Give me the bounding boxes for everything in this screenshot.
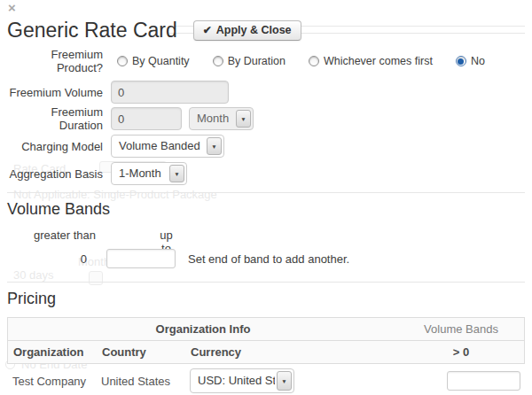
- modal-header: Generic Rate Card ✔ Apply & Close: [7, 17, 525, 43]
- freemium-duration-label: Freemium Duration: [7, 105, 103, 132]
- radio-icon: [456, 56, 466, 66]
- column-header-organization: Organization: [8, 341, 97, 363]
- freemium-product-label: Freemium Product?: [7, 48, 103, 74]
- band-start-value: 0: [7, 252, 87, 266]
- country-cell: United States: [96, 375, 184, 388]
- radio-icon: [213, 56, 223, 66]
- radio-label: By Duration: [228, 55, 286, 67]
- close-icon[interactable]: ×: [8, 2, 20, 14]
- radio-icon: [117, 56, 128, 66]
- volume-bands-column-labels: greater than up to: [7, 228, 525, 243]
- freemium-product-row: Freemium Product? By Quantity By Duratio…: [7, 52, 525, 70]
- radio-by-quantity[interactable]: By Quantity: [117, 55, 190, 67]
- radio-no[interactable]: No: [456, 55, 485, 67]
- radio-icon: [309, 56, 319, 66]
- volume-bands-heading: Volume Bands: [7, 199, 525, 219]
- freemium-volume-row: Freemium Volume: [7, 81, 525, 104]
- apply-close-label: Apply & Close: [216, 24, 292, 36]
- aggregation-basis-row: Aggregation Basis 1-Month ▼: [7, 162, 525, 185]
- section-divider: [7, 282, 525, 283]
- org-info-group-header: Organization Info: [8, 318, 398, 341]
- check-icon: ✔: [203, 24, 212, 36]
- radio-by-duration[interactable]: By Duration: [213, 55, 286, 67]
- aggregation-basis-label: Aggregation Basis: [7, 167, 103, 181]
- band-price-input[interactable]: [447, 371, 520, 391]
- band-hint-text: Set end of band to add another.: [188, 252, 349, 266]
- volume-band-row: 0 Set end of band to add another.: [7, 248, 525, 269]
- freemium-duration-input: [111, 107, 182, 130]
- caret-down-icon: ▼: [207, 137, 222, 155]
- currency-cell: USD: United States ▼: [184, 368, 397, 393]
- freemium-volume-input: [111, 81, 229, 104]
- aggregation-basis-select[interactable]: 1-Month ▼: [111, 162, 187, 185]
- select-value: USD: United States: [191, 369, 275, 392]
- charging-model-row: Charging Model Volume Banded ▼: [7, 134, 525, 159]
- select-value: 1-Month: [112, 163, 168, 184]
- page-title: Generic Rate Card: [7, 19, 177, 43]
- caret-down-icon: ▼: [236, 110, 251, 128]
- charging-model-label: Charging Model: [7, 140, 103, 153]
- select-value: Volume Banded: [112, 136, 205, 157]
- volume-bands-group-header: Volume Bands: [398, 318, 524, 341]
- freemium-volume-label: Freemium Volume: [7, 86, 103, 99]
- column-header-band: > 0: [398, 341, 524, 363]
- radio-whichever-comes-first[interactable]: Whichever comes first: [309, 55, 433, 67]
- rate-card-modal: × Generic Rate Card ✔ Apply & Close Free…: [0, 0, 532, 395]
- band-price-cell: [397, 371, 525, 391]
- caret-down-icon: ▼: [169, 165, 184, 182]
- column-header-currency: Currency: [185, 341, 398, 363]
- radio-label: No: [471, 55, 485, 67]
- apply-close-button-top[interactable]: ✔ Apply & Close: [193, 20, 301, 41]
- band-end-input[interactable]: [106, 249, 176, 268]
- radio-label: By Quantity: [132, 55, 190, 67]
- caret-down-icon: ▼: [277, 371, 292, 391]
- pricing-heading: Pricing: [7, 289, 525, 308]
- currency-select[interactable]: USD: United States ▼: [190, 368, 294, 393]
- pricing-table-header: Organization Info Volume Bands Organizat…: [7, 317, 525, 364]
- freemium-duration-row: Freemium Duration Month ▼: [7, 107, 525, 130]
- up-to-label: up to: [106, 228, 177, 243]
- radio-label: Whichever comes first: [324, 55, 433, 67]
- greater-than-label: greater than: [7, 228, 105, 243]
- organization-cell: Test Company: [7, 375, 96, 388]
- freemium-duration-unit-select: Month ▼: [189, 107, 254, 130]
- select-value: Month: [190, 108, 234, 129]
- pricing-table-row: Test Company United States USD: United S…: [7, 368, 525, 394]
- charging-model-select[interactable]: Volume Banded ▼: [111, 135, 224, 158]
- column-header-country: Country: [97, 341, 185, 363]
- section-divider: [7, 192, 525, 193]
